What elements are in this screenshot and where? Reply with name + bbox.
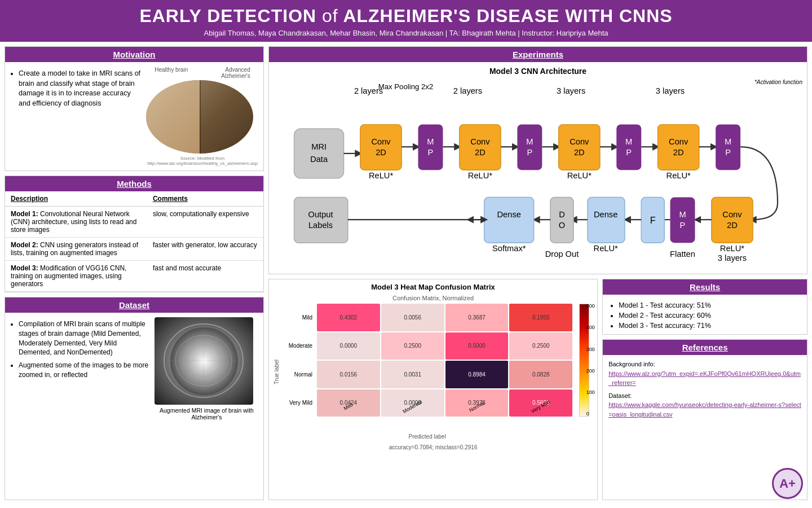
svg-rect-63 bbox=[588, 198, 625, 243]
svg-text:ReLU*: ReLU* bbox=[468, 171, 492, 180]
heatmap-cell: 0.0828 bbox=[509, 361, 572, 388]
heatmap-subtitle: Confusion Matrix, Normalized bbox=[269, 295, 597, 301]
cnn-title: Model 3 CNN Architecture bbox=[273, 67, 802, 76]
ref-bg-url[interactable]: https://www.alz.org/?utm_expid=.eKJFoPf0… bbox=[608, 370, 801, 387]
methods-col-comments: Comments bbox=[147, 191, 263, 207]
svg-text:Labels: Labels bbox=[308, 221, 333, 230]
svg-text:Dense: Dense bbox=[594, 210, 617, 219]
heatmap-cell: 0.1955 bbox=[509, 304, 572, 331]
methods-desc: Model 2: CNN using generators instead of… bbox=[5, 238, 147, 261]
svg-text:2D: 2D bbox=[673, 148, 684, 157]
list-item: Model 3 - Test accuracy: 71% bbox=[619, 322, 800, 330]
results-content: Model 1 - Test accuracy: 51%Model 2 - Te… bbox=[603, 295, 807, 334]
dataset-bullet-1: Compilation of MRI brain scans of multip… bbox=[19, 319, 150, 357]
page-title: EARLY DETECTION of ALZHEIMER'S DISEASE W… bbox=[11, 6, 801, 27]
heatmap-cell: 0.4302 bbox=[317, 304, 380, 331]
heatmap-cell: 0.5000 bbox=[445, 332, 509, 360]
colorbar-tick: 100 bbox=[586, 390, 595, 395]
svg-text:D: D bbox=[559, 210, 565, 219]
results-section: Results Model 1 - Test accuracy: 51%Mode… bbox=[602, 279, 807, 335]
motivation-bullet-1: Create a model to take in MRI scans of b… bbox=[19, 69, 142, 108]
svg-text:Softmax*: Softmax* bbox=[492, 244, 526, 253]
svg-text:2D: 2D bbox=[574, 148, 585, 157]
svg-text:Conv: Conv bbox=[470, 137, 490, 146]
table-row: Model 1: Convolutional Neural Network (C… bbox=[5, 207, 263, 238]
motivation-text: Create a model to take in MRI scans of b… bbox=[10, 67, 142, 166]
svg-text:3 layers: 3 layers bbox=[718, 253, 747, 262]
list-item: Model 1 - Test accuracy: 51% bbox=[619, 301, 800, 309]
logo: A+ bbox=[772, 468, 803, 499]
results-references-area: Results Model 1 - Test accuracy: 51%Mode… bbox=[602, 279, 807, 500]
heatmap-cell: 0.0000 bbox=[317, 332, 380, 360]
svg-text:P: P bbox=[527, 148, 532, 157]
experiments-section: Experiments Model 3 CNN Architecture *Ac… bbox=[268, 46, 807, 274]
svg-text:Flatten: Flatten bbox=[670, 249, 695, 259]
left-column: Motivation Create a model to take in MRI… bbox=[5, 46, 264, 500]
motivation-section: Motivation Create a model to take in MRI… bbox=[5, 46, 264, 171]
colorbar-tick: 500 bbox=[586, 304, 595, 309]
list-item: Model 2 - Test accuracy: 60% bbox=[619, 312, 800, 319]
svg-text:Conv: Conv bbox=[371, 137, 391, 146]
heatmap-y-label: True label bbox=[273, 360, 280, 384]
dataset-heading: Dataset bbox=[5, 297, 263, 313]
svg-text:ReLU*: ReLU* bbox=[567, 171, 592, 180]
heatmap-cell: 0.2500 bbox=[381, 332, 444, 360]
heatmap-row-label: Normal bbox=[282, 361, 316, 388]
methods-col-description: Description bbox=[5, 191, 147, 207]
heatmap-cell: 0.3687 bbox=[445, 304, 509, 331]
svg-text:F: F bbox=[650, 215, 656, 225]
svg-text:2D: 2D bbox=[727, 221, 738, 230]
results-heading: Results bbox=[603, 279, 807, 295]
brain-source: Source: Modified from http://www.alz.org… bbox=[146, 156, 259, 166]
methods-comment: faster with generator, low accuracy bbox=[147, 238, 263, 261]
methods-table: Description Comments Model 1: Convolutio… bbox=[5, 191, 263, 292]
heatmap-title: Model 3 Heat Map Confusion Matrix bbox=[269, 279, 597, 295]
colorbar-tick: 400 bbox=[586, 325, 595, 330]
svg-text:ReLU*: ReLU* bbox=[369, 171, 393, 180]
references-content: Background info: https://www.alz.org/?ut… bbox=[603, 355, 807, 423]
svg-text:Conv: Conv bbox=[669, 137, 689, 146]
mri-image bbox=[155, 317, 253, 405]
svg-text:2 layers: 2 layers bbox=[453, 86, 482, 95]
methods-desc: Model 3: Modification of VGG16 CNN, trai… bbox=[5, 261, 147, 292]
svg-text:2D: 2D bbox=[376, 148, 386, 157]
svg-text:Drop Out: Drop Out bbox=[545, 249, 579, 259]
svg-text:M: M bbox=[679, 210, 686, 219]
heatmap-row-label: Very Mild bbox=[282, 389, 316, 417]
dataset-section: Dataset Compilation of MRI brain scans o… bbox=[5, 297, 264, 500]
main-content: Motivation Create a model to take in MRI… bbox=[0, 42, 812, 505]
cnn-diagram-svg: 2 layers Max Pooling 2x2 2 layers 3 laye… bbox=[273, 79, 802, 269]
svg-text:2D: 2D bbox=[475, 148, 486, 157]
methods-heading: Methods bbox=[5, 176, 263, 191]
svg-text:ReLU*: ReLU* bbox=[667, 171, 691, 180]
colorbar-tick: 300 bbox=[586, 347, 595, 352]
mri-caption: Augmented MRI image of brain with Alzhei… bbox=[155, 407, 259, 421]
colorbar-tick: 0 bbox=[586, 411, 595, 417]
brain-image bbox=[146, 80, 253, 154]
svg-text:O: O bbox=[559, 221, 565, 230]
heatmap-row-label: Moderate bbox=[282, 332, 316, 360]
svg-text:Output: Output bbox=[308, 210, 333, 219]
logo-area: A+ bbox=[772, 468, 803, 499]
svg-text:P: P bbox=[725, 148, 731, 157]
heatmap-footer: accuracy=0.7084; misclass=0.2916 bbox=[269, 442, 597, 453]
bottom-right: Model 3 Heat Map Confusion Matrix Confus… bbox=[268, 279, 807, 500]
svg-text:P: P bbox=[626, 148, 632, 157]
svg-text:P: P bbox=[428, 148, 434, 157]
dataset-text: Compilation of MRI brain scans of multip… bbox=[10, 317, 150, 421]
svg-text:Max Pooling 2x2: Max Pooling 2x2 bbox=[378, 82, 434, 91]
heatmap-x-label: Predicted label bbox=[282, 433, 572, 440]
mri-image-area: Augmented MRI image of brain with Alzhei… bbox=[155, 317, 259, 421]
references-heading: References bbox=[603, 340, 807, 355]
methods-comment: fast and most accurate bbox=[147, 261, 263, 292]
brain-label-healthy: Healthy brain bbox=[155, 67, 188, 79]
svg-text:ReLU*: ReLU* bbox=[594, 244, 618, 253]
svg-rect-72 bbox=[484, 198, 534, 243]
heatmap-cell: 0.0056 bbox=[381, 304, 444, 331]
experiments-heading: Experiments bbox=[269, 47, 807, 62]
svg-text:3 layers: 3 layers bbox=[656, 86, 685, 95]
table-row: Model 3: Modification of VGG16 CNN, trai… bbox=[5, 261, 263, 292]
ref-dataset-url[interactable]: https://www.kaggle.com/hyunseokc/detecti… bbox=[608, 401, 801, 418]
svg-text:ReLU*: ReLU* bbox=[720, 244, 744, 253]
dataset-bullet-2: Augmented some of the images to be more … bbox=[19, 361, 150, 380]
